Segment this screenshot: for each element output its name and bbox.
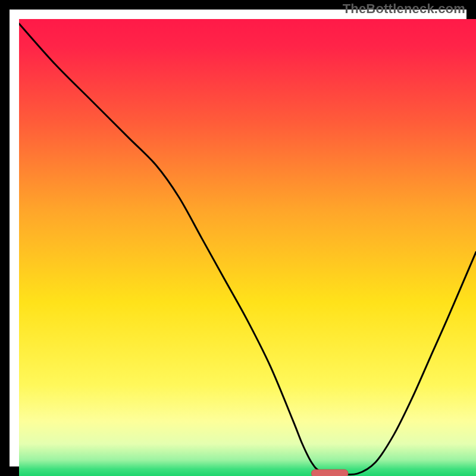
watermark-text: TheBottleneck.com [343,1,465,17]
plot-area [19,19,476,476]
optimal-range-marker [312,469,348,476]
chart-svg [19,19,476,476]
chart-frame: TheBottleneck.com [0,0,476,476]
